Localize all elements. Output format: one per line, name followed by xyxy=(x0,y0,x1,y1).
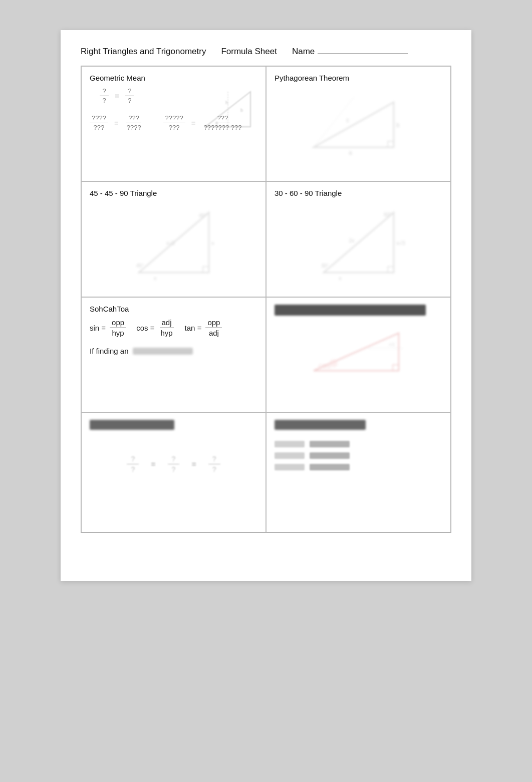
svg-text:b: b xyxy=(396,122,400,129)
tri-45-cell: 45 - 45 - 90 Triangle x x x√2 45° 45° xyxy=(81,181,266,297)
pythagorean-image: a b c xyxy=(304,87,414,157)
geo-formula1-eq-num: ??? xyxy=(126,114,141,123)
svg-text:30°: 30° xyxy=(321,263,329,269)
geo-equals-1: = xyxy=(113,92,121,100)
br-row3-label xyxy=(275,464,305,470)
svg-text:adj: adj xyxy=(389,342,395,347)
geo-eq-2: = xyxy=(112,119,121,127)
geo-frac-1: ? ? xyxy=(100,87,109,104)
sohcahtoa-title: SohCahToa xyxy=(90,305,257,313)
tri-45-title: 45 - 45 - 90 Triangle xyxy=(90,189,257,197)
svg-text:b: b xyxy=(240,108,243,113)
br-row2-label xyxy=(275,452,305,459)
bl-eq-1: = xyxy=(149,460,157,469)
bl-frac1-den: ? xyxy=(127,464,139,473)
tri-30-image: x x√3 2x 30° 60° xyxy=(309,202,409,283)
if-finding-blurred xyxy=(133,348,193,355)
trig-right-header: Right Triangles and Trig Ratios xyxy=(275,305,426,316)
svg-text:x: x xyxy=(339,275,342,281)
geo-formula1-eq-frac: ??? ???? xyxy=(125,114,143,131)
sin-den: hyp xyxy=(110,328,126,338)
cos-formula: cos = adj hyp xyxy=(136,318,174,338)
svg-text:x: x xyxy=(154,275,157,281)
svg-text:2x: 2x xyxy=(349,237,355,243)
svg-text:x√2: x√2 xyxy=(166,240,175,246)
geo-formula1-num: ???? xyxy=(90,114,108,123)
svg-text:h: h xyxy=(225,100,228,105)
geo-formula-1: ???? ??? = ??? ???? xyxy=(90,114,143,131)
cos-fraction: adj hyp xyxy=(158,318,174,338)
bottom-right-cell: Law of Cosines xyxy=(266,412,451,533)
svg-text:x: x xyxy=(211,240,214,246)
svg-marker-5 xyxy=(314,102,394,147)
bottom-right-rows xyxy=(275,441,442,470)
svg-text:a: a xyxy=(215,120,218,125)
svg-text:a: a xyxy=(349,149,352,156)
geometric-mean-cell: Geometric Mean a b h ? ? = ? xyxy=(81,66,266,181)
geo-formula1-frac: ???? ??? xyxy=(90,114,108,131)
bottom-left-header: Law of Sines xyxy=(90,420,174,430)
formula-sheet-page: Right Triangles and Trigonometry Formula… xyxy=(61,30,471,581)
sin-label: sin = xyxy=(90,324,106,332)
geometric-mean-title: Geometric Mean xyxy=(90,74,257,82)
cos-den: hyp xyxy=(158,328,174,338)
bl-frac2-num: ? xyxy=(168,455,180,464)
tri-30-title: 30 - 60 - 90 Triangle xyxy=(275,189,442,197)
bl-frac-1: ? ? xyxy=(127,455,139,473)
tan-label: tan = xyxy=(185,324,202,332)
br-row-3 xyxy=(275,464,442,470)
geo-frac1-den1: ? xyxy=(100,96,109,105)
cos-num: adj xyxy=(160,318,174,328)
svg-rect-19 xyxy=(388,267,394,273)
geo-formula1-eq-den: ???? xyxy=(125,123,143,132)
if-finding-row: If finding an xyxy=(90,347,257,355)
geo-formula2-frac: ????? ??? xyxy=(163,114,185,131)
name-underline[interactable] xyxy=(318,45,408,54)
pythagorean-cell: Pythagorean Theorem a b c xyxy=(266,66,451,181)
svg-text:45°: 45° xyxy=(199,213,206,218)
br-row-1 xyxy=(275,441,442,447)
tan-den: adj xyxy=(207,328,221,338)
bl-eq-2: = xyxy=(189,460,198,469)
tan-fraction: opp adj xyxy=(205,318,222,338)
bl-frac3-num: ? xyxy=(208,455,220,464)
geo-frac1-num: ? xyxy=(100,87,109,96)
tri-30-cell: 30 - 60 - 90 Triangle x x√3 2x 30° 60° xyxy=(266,181,451,297)
sin-num: opp xyxy=(110,318,126,328)
trig-formulas-row: sin = opp hyp cos = adj hyp tan = xyxy=(90,318,257,338)
bl-frac3-den: ? xyxy=(208,464,220,473)
sohcahtoa-cell: SohCahToa sin = opp hyp cos = adj hyp xyxy=(81,297,266,412)
if-finding-text: If finding an xyxy=(90,347,129,355)
svg-marker-18 xyxy=(324,212,394,273)
svg-text:60°: 60° xyxy=(384,212,391,217)
geo-formula1-den: ??? xyxy=(92,123,107,132)
geo-frac-2: ? ? xyxy=(125,87,134,104)
bl-frac2-den: ? xyxy=(168,464,180,473)
bottom-right-header: Law of Cosines xyxy=(275,420,366,430)
svg-text:45°: 45° xyxy=(136,263,144,269)
svg-text:x√3: x√3 xyxy=(396,240,405,246)
bl-frac-2: ? ? xyxy=(168,455,180,473)
geo-eq-3: = xyxy=(189,119,198,127)
geo-triangle-image: a b h xyxy=(200,87,255,132)
sheet-label: Formula Sheet xyxy=(221,47,277,57)
geo-formula2-den: ??? xyxy=(167,123,182,132)
geo-formula2-num: ????? xyxy=(163,114,185,123)
cos-label: cos = xyxy=(136,324,154,332)
tan-formula: tan = opp adj xyxy=(185,318,222,338)
content-grid: Geometric Mean a b h ? ? = ? xyxy=(81,66,451,533)
tan-num: opp xyxy=(205,318,222,328)
svg-rect-6 xyxy=(388,141,394,147)
page-title: Right Triangles and Trigonometry xyxy=(81,47,206,57)
geo-frac2-num: ? xyxy=(125,87,134,96)
pythagorean-title: Pythagorean Theorem xyxy=(275,74,442,82)
svg-text:c: c xyxy=(346,117,349,124)
br-row1-value xyxy=(310,441,350,447)
br-row1-label xyxy=(275,441,305,447)
page-header: Right Triangles and Trigonometry Formula… xyxy=(81,45,451,57)
svg-rect-12 xyxy=(203,267,209,273)
sin-formula: sin = opp hyp xyxy=(90,318,126,338)
bottom-left-formulas: ? ? = ? ? = ? ? xyxy=(90,455,257,473)
geo-frac2-den: ? xyxy=(125,96,134,105)
br-row2-value xyxy=(310,452,350,459)
